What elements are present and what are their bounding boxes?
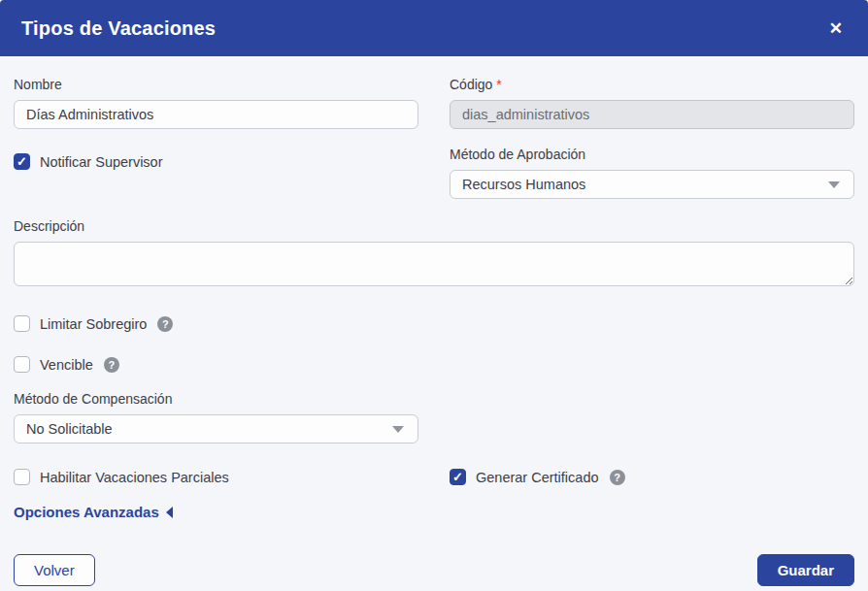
metodo-aprobacion-select[interactable]: Recursos Humanos bbox=[450, 170, 854, 199]
close-icon[interactable]: ✕ bbox=[825, 16, 847, 41]
codigo-label: Código * bbox=[450, 78, 854, 92]
metodo-compensacion-select[interactable]: No Solicitable bbox=[14, 414, 418, 443]
descripcion-label: Descripción bbox=[14, 219, 854, 234]
caret-left-icon bbox=[166, 507, 173, 518]
help-icon[interactable]: ? bbox=[104, 357, 119, 373]
nombre-input[interactable] bbox=[14, 100, 418, 129]
opciones-avanzadas-link[interactable]: Opciones Avanzadas bbox=[14, 504, 173, 520]
vencible-checkbox[interactable] bbox=[14, 356, 30, 373]
help-icon[interactable]: ? bbox=[610, 470, 625, 485]
vacation-type-dialog: Tipos de Vacaciones ✕ Nombre Código * No… bbox=[0, 0, 868, 586]
limitar-sobregiro-label: Limitar Sobregiro bbox=[40, 316, 147, 332]
dialog-footer: Volver Guardar bbox=[0, 554, 868, 586]
nombre-field-group: Nombre bbox=[14, 78, 418, 129]
vencible-row: Vencible ? bbox=[14, 356, 854, 373]
dialog-title: Tipos de Vacaciones bbox=[21, 17, 216, 40]
vencible-label: Vencible bbox=[40, 357, 93, 373]
descripcion-textarea[interactable] bbox=[14, 242, 854, 286]
limitar-sobregiro-checkbox[interactable] bbox=[14, 315, 30, 332]
dialog-body: Nombre Código * Notificar Supervisor Mét… bbox=[0, 56, 868, 521]
guardar-button[interactable]: Guardar bbox=[757, 554, 854, 586]
metodo-aprobacion-value: Recursos Humanos bbox=[462, 177, 585, 192]
chevron-down-icon bbox=[392, 426, 404, 433]
opciones-avanzadas-label: Opciones Avanzadas bbox=[14, 504, 159, 520]
metodo-compensacion-label: Método de Compensación bbox=[14, 392, 418, 407]
dialog-header: Tipos de Vacaciones ✕ bbox=[0, 0, 868, 56]
metodo-compensacion-field-group: Método de Compensación No Solicitable bbox=[14, 392, 418, 443]
chevron-down-icon bbox=[828, 181, 840, 188]
codigo-field-group: Código * bbox=[450, 78, 854, 129]
habilitar-parciales-label: Habilitar Vacaciones Parciales bbox=[40, 470, 229, 485]
required-asterisk: * bbox=[496, 77, 501, 92]
notificar-supervisor-label: Notificar Supervisor bbox=[40, 154, 163, 170]
habilitar-parciales-row: Habilitar Vacaciones Parciales bbox=[14, 469, 418, 485]
generar-certificado-row: Generar Certificado ? bbox=[450, 469, 854, 485]
notificar-supervisor-checkbox[interactable] bbox=[14, 153, 30, 170]
notificar-supervisor-row: Notificar Supervisor bbox=[14, 153, 418, 170]
generar-certificado-checkbox[interactable] bbox=[450, 469, 466, 485]
codigo-input bbox=[450, 100, 854, 129]
descripcion-field-group: Descripción bbox=[14, 219, 854, 290]
metodo-aprobacion-field-group: Método de Aprobación Recursos Humanos bbox=[450, 148, 854, 199]
generar-certificado-label: Generar Certificado bbox=[476, 470, 599, 485]
nombre-label: Nombre bbox=[14, 78, 418, 92]
codigo-label-text: Código bbox=[450, 77, 492, 92]
metodo-aprobacion-label: Método de Aprobación bbox=[450, 148, 854, 162]
help-icon[interactable]: ? bbox=[157, 316, 173, 332]
metodo-compensacion-value: No Solicitable bbox=[26, 421, 113, 437]
habilitar-parciales-checkbox[interactable] bbox=[14, 469, 30, 485]
limitar-sobregiro-row: Limitar Sobregiro ? bbox=[14, 315, 854, 332]
volver-button[interactable]: Volver bbox=[14, 554, 95, 586]
